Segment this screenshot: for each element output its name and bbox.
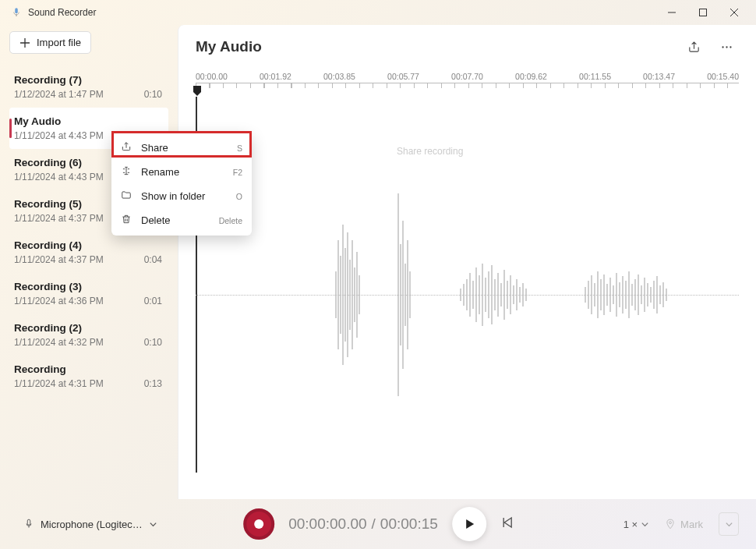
menu-item-label: Share [141, 142, 168, 154]
svg-point-1 [722, 46, 723, 48]
menu-item-rename[interactable]: RenameF2 [111, 160, 252, 184]
menu-item-label: Rename [141, 166, 179, 178]
titlebar-left: Sound Recorder [11, 7, 96, 18]
app-title: Sound Recorder [28, 7, 96, 18]
timeline[interactable]: 00:00.0000:01.9200:03.8500:05.7700:07.70… [178, 66, 756, 90]
recording-title: Recording (2) [14, 322, 162, 334]
menu-item-label: Delete [141, 214, 171, 226]
share-icon [121, 141, 132, 154]
time-display: 00:00:00.00/00:00:15 [288, 515, 438, 533]
menu-shortcut: S [237, 143, 242, 153]
time-ruler: 00:00.0000:01.9200:03.8500:05.7700:07.70… [196, 72, 739, 81]
recording-item[interactable]: Recording (3) 1/11/2024 at 4:36 PM0:01 [9, 273, 168, 314]
folder-icon [121, 189, 132, 203]
skip-back-icon [500, 516, 513, 529]
ruler-tick: 00:03.85 [323, 72, 387, 81]
skip-back-button[interactable] [500, 516, 513, 532]
menu-shortcut: F2 [233, 168, 242, 177]
svg-point-70 [669, 522, 672, 524]
total-time: 00:00:15 [380, 515, 438, 532]
recording-meta: 1/11/2024 at 4:36 PM0:01 [14, 296, 162, 306]
delete-icon [121, 214, 132, 227]
menu-shortcut: O [236, 192, 242, 201]
close-button[interactable] [719, 1, 750, 24]
ruler-tick: 00:00.00 [196, 72, 260, 81]
maximize-button[interactable] [687, 1, 719, 24]
sidebar: Import file Recording (7) 1/12/2024 at 1… [0, 25, 178, 499]
share-button[interactable] [681, 34, 706, 59]
more-button[interactable] [714, 34, 739, 59]
recording-title: Recording [14, 363, 162, 375]
recording-item[interactable]: Recording (4) 1/11/2024 at 4:37 PM0:04 [9, 232, 168, 273]
bottombar: Microphone (Logitec… 00:00:00.00/00:00:1… [0, 499, 756, 549]
play-icon [463, 518, 475, 530]
microphone-selector[interactable]: Microphone (Logitec… [17, 514, 164, 535]
menu-shortcut: Delete [219, 216, 242, 225]
mark-dropdown-button[interactable] [719, 512, 739, 536]
recording-meta: 1/12/2024 at 1:47 PM0:10 [14, 89, 162, 100]
rename-icon [121, 165, 132, 179]
menu-item-share[interactable]: ShareS [111, 136, 252, 160]
ruler-tick: 00:09.62 [515, 72, 579, 81]
minimize-button[interactable] [656, 1, 687, 24]
recording-item[interactable]: Recording (2) 1/11/2024 at 4:32 PM0:10 [9, 314, 168, 356]
app-body: Import file Recording (7) 1/12/2024 at 1… [0, 25, 756, 499]
menu-item-label: Show in folder [141, 190, 205, 202]
playback-speed-selector[interactable]: 1 × [624, 519, 649, 530]
speed-label: 1 × [624, 519, 638, 530]
mic-label: Microphone (Logitec… [41, 519, 143, 530]
main-actions [681, 34, 739, 59]
microphone-icon [23, 519, 34, 530]
recording-title: Recording (3) [14, 281, 162, 292]
recording-item[interactable]: Recording 1/11/2024 at 4:31 PM0:13 [9, 356, 168, 397]
svg-point-3 [730, 46, 731, 48]
mark-button[interactable]: Mark [657, 514, 711, 535]
right-controls: 1 × Mark [624, 512, 739, 536]
chevron-down-icon [725, 520, 733, 529]
recording-title: My Audio [14, 115, 162, 127]
ruler-tick: 00:07.70 [451, 72, 515, 81]
chevron-down-icon [641, 520, 649, 529]
ruler-ticks [196, 83, 739, 90]
page-title: My Audio [196, 38, 262, 55]
recording-meta: 1/11/2024 at 4:31 PM0:13 [14, 378, 162, 389]
plus-icon [19, 37, 30, 48]
menu-item-show-in-folder[interactable]: Show in folderO [111, 184, 252, 208]
main-panel: My Audio 00:00.0000:01.9200:03.8500:05.7… [178, 25, 756, 499]
playback-controls: 00:00:00.00/00:00:15 [243, 507, 513, 541]
import-file-button[interactable]: Import file [9, 31, 91, 54]
record-button[interactable] [243, 508, 274, 540]
context-menu: ShareSRenameF2Show in folderODeleteDelet… [111, 133, 252, 236]
current-time: 00:00:00.00 [288, 515, 366, 532]
ruler-tick: 00:13.47 [643, 72, 707, 81]
titlebar: Sound Recorder [0, 0, 756, 25]
svg-point-2 [726, 46, 727, 48]
recording-meta: 1/11/2024 at 4:37 PM0:04 [14, 254, 162, 265]
ruler-tick: 00:01.92 [260, 72, 323, 81]
recording-title: Recording (4) [14, 239, 162, 251]
window-controls [656, 1, 750, 24]
ruler-tick: 00:11.55 [579, 72, 643, 81]
menu-item-delete[interactable]: DeleteDelete [111, 208, 252, 232]
recording-title: Recording (7) [14, 74, 162, 86]
waveform [196, 193, 741, 396]
ruler-tick: 00:05.77 [387, 72, 451, 81]
recording-item[interactable]: Recording (7) 1/12/2024 at 1:47 PM0:10 [9, 66, 168, 108]
import-label: Import file [37, 37, 81, 48]
recording-meta: 1/11/2024 at 4:32 PM0:10 [14, 337, 162, 348]
play-button[interactable] [452, 507, 486, 541]
mark-label: Mark [680, 519, 703, 530]
ruler-tick: 00:15.40 [707, 72, 739, 81]
app-icon [11, 7, 22, 18]
location-icon [665, 519, 676, 530]
chevron-down-icon [149, 520, 157, 529]
svg-rect-0 [700, 9, 707, 16]
waveform-area[interactable] [178, 90, 756, 499]
main-header: My Audio [178, 25, 756, 66]
